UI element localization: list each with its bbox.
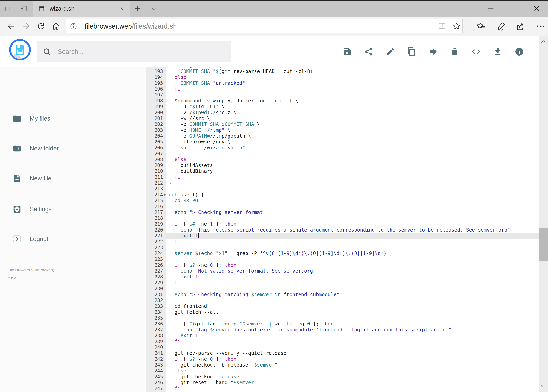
code-line-221[interactable]: exit 1 xyxy=(166,233,539,239)
share-icon[interactable] xyxy=(516,21,526,31)
code-line-204[interactable]: -e GOPATH=//tmp/gopath \ xyxy=(166,133,539,139)
edit-icon[interactable] xyxy=(385,47,395,56)
tab-close-icon[interactable] xyxy=(119,6,125,12)
code-line-236[interactable]: if [ $(git tag | grep "$semver" | wc -l)… xyxy=(166,321,539,327)
code-line-233[interactable]: cd frontend xyxy=(166,303,539,309)
code-line-245[interactable]: git checkout release xyxy=(166,374,539,380)
code-line-215[interactable]: cd $REPO xyxy=(166,198,539,203)
code-line-238[interactable]: exit 1 xyxy=(166,333,539,339)
page-scrollbar[interactable] xyxy=(539,36,548,392)
code-line-240[interactable] xyxy=(166,344,539,350)
new-tab-button[interactable] xyxy=(134,5,141,12)
code-line-208[interactable]: else xyxy=(166,157,539,162)
sidebar-item-new-file[interactable]: New file xyxy=(0,168,146,189)
minimize-button[interactable] xyxy=(486,4,495,13)
code-line-232[interactable] xyxy=(166,297,539,303)
fold-arrow-icon[interactable] xyxy=(163,194,166,196)
code-line-217[interactable]: echo "> Checking semver format" xyxy=(166,210,539,215)
copy-icon[interactable] xyxy=(407,47,416,56)
favorite-star-icon[interactable] xyxy=(452,22,461,31)
code-line-197[interactable] xyxy=(166,92,539,98)
code-line-234[interactable]: git fetch --all xyxy=(166,309,539,315)
code-line-223[interactable] xyxy=(166,245,539,251)
forward-button[interactable] xyxy=(21,22,30,31)
code-line-235[interactable] xyxy=(166,315,539,321)
code-line-222[interactable]: fi xyxy=(166,239,539,245)
code-line-242[interactable]: if [ $? -ne 0 ]; then xyxy=(166,356,539,362)
back-button[interactable] xyxy=(7,22,16,31)
code-line-195[interactable]: COMMIT_SHA="untracked" xyxy=(166,80,539,86)
editor-code-area[interactable]: if [ -d .git ]; then COMMIT_SHA="$(git r… xyxy=(166,67,539,392)
browser-tab[interactable]: wizard.sh xyxy=(33,0,131,17)
search-input[interactable] xyxy=(57,48,225,56)
tab-dropdown-icon[interactable] xyxy=(150,5,157,12)
code-line-218[interactable] xyxy=(166,215,539,221)
code-line-210[interactable]: buildBinary xyxy=(166,168,539,174)
scroll-down-icon[interactable] xyxy=(540,383,547,389)
code-line-194[interactable]: else xyxy=(166,74,539,80)
raw-view-icon[interactable] xyxy=(472,47,481,56)
save-icon[interactable] xyxy=(342,47,352,56)
delete-icon[interactable] xyxy=(450,47,459,56)
code-line-220[interactable]: echo "This release script requires a sin… xyxy=(166,227,539,233)
download-icon[interactable] xyxy=(493,47,502,56)
code-line-198[interactable]: $(command -v winpty) docker run --rm -it… xyxy=(166,98,539,104)
site-info-icon[interactable] xyxy=(70,22,77,30)
code-line-246[interactable]: git reset --hard "$semver" xyxy=(166,380,539,385)
code-line-201[interactable]: -w //src \ xyxy=(166,115,539,121)
code-line-213[interactable] xyxy=(166,186,539,192)
code-line-230[interactable] xyxy=(166,286,539,292)
tabs-aside-icon[interactable] xyxy=(20,5,28,12)
close-button[interactable] xyxy=(532,4,541,13)
address-bar[interactable]: filebrowser.web/files/wizard.sh xyxy=(66,19,463,33)
code-line-199[interactable]: -u "$(id -u)" \ xyxy=(166,104,539,110)
code-line-228[interactable]: exit 1 xyxy=(166,274,539,280)
share-icon[interactable] xyxy=(364,47,373,56)
code-line-219[interactable]: if [ $# -ne 1 ]; then xyxy=(166,221,539,227)
code-line-226[interactable]: if [ $? -ne 0 ]; then xyxy=(166,262,539,268)
code-line-202[interactable]: -e COMMIT_SHA=$COMMIT_SHA \ xyxy=(166,121,539,127)
sidebar-item-logout[interactable]: Logout xyxy=(0,228,146,250)
url-text[interactable]: filebrowser.web/files/wizard.sh xyxy=(85,22,438,30)
code-line-206[interactable]: sh -c "./wizard.sh -b" xyxy=(166,145,539,151)
code-line-193[interactable]: COMMIT_SHA="$(git rev-parse HEAD | cut -… xyxy=(166,69,539,74)
more-options-icon[interactable] xyxy=(536,21,546,31)
code-line-214[interactable]: release () { xyxy=(166,192,539,198)
code-editor[interactable]: 1921931941951961971981992002012022032042… xyxy=(146,67,539,392)
code-line-203[interactable]: -e HOME="//tmp" \ xyxy=(166,127,539,133)
code-line-225[interactable] xyxy=(166,256,539,262)
code-line-227[interactable]: echo "Not valid semver format. See semve… xyxy=(166,268,539,274)
code-line-196[interactable]: fi xyxy=(166,86,539,92)
code-line-200[interactable]: -v /$(pwd):/src:z \ xyxy=(166,110,539,115)
code-line-237[interactable]: echo "Tag $semver does not exist in subm… xyxy=(166,327,539,333)
maximize-button[interactable] xyxy=(509,4,518,13)
sidebar-item-new-folder[interactable]: New folder xyxy=(0,138,146,159)
sidebar-item-settings[interactable]: Settings xyxy=(0,198,146,220)
code-line-231[interactable]: echo "> Checking matching $semver in fro… xyxy=(166,292,539,297)
info-icon[interactable] xyxy=(514,47,524,56)
tab-preview-icon[interactable] xyxy=(5,5,12,12)
move-icon[interactable] xyxy=(429,47,438,56)
code-line-247[interactable]: fi xyxy=(166,385,539,392)
refresh-button[interactable] xyxy=(36,22,45,31)
code-line-216[interactable] xyxy=(166,203,539,210)
code-line-211[interactable]: fi xyxy=(166,174,539,180)
code-line-209[interactable]: buildAssets xyxy=(166,162,539,168)
code-line-244[interactable]: else xyxy=(166,368,539,374)
scrollbar-thumb[interactable] xyxy=(539,228,548,261)
code-line-239[interactable]: fi xyxy=(166,339,539,344)
web-note-pen-icon[interactable] xyxy=(497,21,506,31)
code-line-224[interactable]: semver=$(echo "$1" | grep -P '^v(0|[1-9]… xyxy=(166,251,539,256)
home-button[interactable] xyxy=(51,22,60,31)
code-line-212[interactable]: } xyxy=(166,180,539,186)
help-link[interactable]: Help xyxy=(7,273,54,281)
favorites-hub-icon[interactable] xyxy=(476,21,486,31)
code-line-205[interactable]: filebrowser/dev \ xyxy=(166,139,539,145)
search-box[interactable] xyxy=(37,41,231,63)
file-browser-logo[interactable] xyxy=(9,39,31,61)
code-line-192[interactable]: if [ -d .git ]; then xyxy=(166,67,539,69)
reading-view-icon[interactable] xyxy=(438,22,447,31)
code-line-241[interactable]: git rev-parse --verify --quiet release xyxy=(166,350,539,356)
sidebar-item-my-files[interactable]: My files xyxy=(0,108,146,129)
code-line-207[interactable] xyxy=(166,151,539,157)
